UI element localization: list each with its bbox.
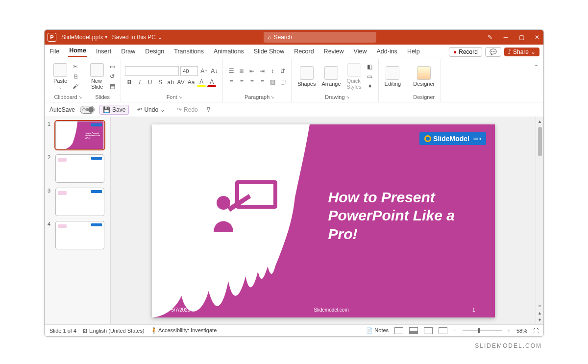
tab-review[interactable]: Review: [323, 46, 345, 57]
line-spacing-button[interactable]: ↕: [268, 67, 277, 75]
thumbnail-3[interactable]: [55, 188, 104, 216]
slideshow-view-button[interactable]: [439, 327, 447, 334]
tab-record[interactable]: Record: [293, 46, 315, 57]
vertical-scrollbar[interactable]: ▲ ≡ ▲ ▼: [536, 117, 543, 324]
tab-design[interactable]: Design: [144, 46, 165, 57]
thumbnail-1[interactable]: How to PresentPowerPoint Likea Pro!: [55, 121, 104, 149]
new-slide-button[interactable]: New Slide: [88, 62, 106, 91]
designer-button[interactable]: Designer: [411, 65, 437, 88]
close-button[interactable]: ✕: [534, 34, 540, 41]
font-family-select[interactable]: [125, 66, 179, 76]
zoom-in-button[interactable]: +: [508, 328, 511, 334]
tab-addins[interactable]: Add-ins: [375, 46, 398, 57]
collapse-ribbon-button[interactable]: ⌄: [532, 59, 540, 102]
editing-icon: [386, 66, 399, 80]
decrease-font-button[interactable]: A↓: [210, 67, 219, 75]
reading-view-button[interactable]: [424, 327, 433, 334]
tab-home[interactable]: Home: [68, 45, 87, 57]
group-designer: Designer Designer: [407, 59, 441, 102]
quick-styles-button[interactable]: Quick Styles: [345, 62, 364, 91]
slide-page-number: 1: [472, 307, 475, 313]
section-button[interactable]: ▤: [108, 82, 117, 91]
maximize-button[interactable]: ▢: [518, 34, 525, 41]
save-state[interactable]: Saved to this PC: [112, 34, 156, 41]
tab-animations[interactable]: Animations: [213, 46, 245, 57]
shapes-button[interactable]: Shapes: [295, 65, 318, 88]
language-status[interactable]: 🖺 English (United States): [82, 328, 145, 334]
autosave-toggle[interactable]: Off: [80, 106, 95, 114]
align-center-button[interactable]: ≡: [237, 77, 246, 86]
indent-increase-button[interactable]: ⇥: [258, 67, 267, 75]
numbering-button[interactable]: ≣: [237, 67, 246, 75]
columns-button[interactable]: ▥: [268, 77, 277, 86]
cut-button[interactable]: ✂: [71, 62, 80, 71]
shape-outline-button[interactable]: ▭: [366, 72, 374, 81]
underline-button[interactable]: U: [146, 78, 154, 87]
zoom-out-button[interactable]: −: [453, 328, 456, 334]
slide-title[interactable]: How to Present PowerPoint Like a Pro!: [328, 188, 475, 243]
reset-button[interactable]: ↺: [108, 72, 117, 81]
shape-effects-button[interactable]: ✦: [366, 82, 374, 91]
designer-icon: [417, 66, 431, 80]
search-input[interactable]: ⌕ Search: [264, 32, 376, 43]
slide-counter[interactable]: Slide 1 of 4: [49, 328, 76, 334]
clipboard-icon: [53, 63, 67, 77]
bold-button[interactable]: B: [125, 78, 134, 87]
tab-file[interactable]: File: [49, 46, 60, 57]
tab-draw[interactable]: Draw: [120, 46, 136, 57]
tab-help[interactable]: Help: [406, 46, 421, 57]
layout-button[interactable]: ▭: [108, 62, 117, 71]
highlight-button[interactable]: A: [197, 78, 206, 87]
case-button[interactable]: Aa: [187, 78, 196, 87]
italic-button[interactable]: I: [135, 78, 144, 87]
qat-customize-button[interactable]: ⊽: [206, 106, 211, 113]
bullets-button[interactable]: ☰: [227, 67, 236, 75]
redo-button[interactable]: ↷ Redo: [173, 105, 201, 115]
group-paragraph: ☰ ≣ ⇤ ⇥ ↕ ⇵ ≡ ≡ ≡ ≡ ▥ ⬚: [223, 59, 292, 102]
share-button[interactable]: ⤴ Share ⌄: [504, 48, 539, 56]
fit-button[interactable]: ⛶: [533, 328, 539, 334]
arrange-button[interactable]: Arrange: [319, 65, 343, 88]
tab-transitions[interactable]: Transitions: [173, 46, 205, 57]
tab-slideshow[interactable]: Slide Show: [253, 46, 286, 57]
text-direction-button[interactable]: ⇵: [278, 67, 287, 75]
workspace: 1 How to PresentPowerPoint Likea Pro! 2 …: [45, 117, 543, 324]
thumbnail-4[interactable]: [55, 221, 104, 249]
strike-button[interactable]: S: [156, 78, 165, 87]
font-color-button[interactable]: A: [207, 78, 216, 87]
record-button[interactable]: ●Record: [449, 47, 482, 57]
thumbnail-2[interactable]: [55, 154, 104, 183]
sorter-view-button[interactable]: [409, 327, 418, 334]
format-painter-button[interactable]: 🖌: [71, 82, 80, 91]
notes-button[interactable]: 📄 Notes: [366, 327, 389, 334]
zoom-slider[interactable]: [463, 330, 502, 331]
zoom-level[interactable]: 58%: [516, 328, 527, 334]
chevron-down-icon[interactable]: ⌄: [158, 34, 163, 41]
slide-editor[interactable]: SlideModel.com How to Present PowerPoint…: [111, 117, 536, 324]
group-slides: New Slide ▭ ↺ ▤ Slides: [84, 59, 121, 102]
arrange-icon: [324, 66, 338, 80]
shape-fill-button[interactable]: ◧: [366, 62, 374, 71]
minimize-button[interactable]: ─: [502, 34, 509, 41]
align-right-button[interactable]: ≡: [247, 77, 256, 86]
smartart-button[interactable]: ⬚: [278, 77, 287, 86]
slide-canvas[interactable]: SlideModel.com How to Present PowerPoint…: [152, 124, 495, 317]
shadow-button[interactable]: ab: [166, 78, 175, 87]
spacing-button[interactable]: AV: [176, 78, 185, 87]
tab-insert[interactable]: Insert: [95, 46, 112, 57]
copy-button[interactable]: ⎘: [71, 72, 80, 81]
normal-view-button[interactable]: [394, 327, 403, 334]
increase-font-button[interactable]: A↑: [199, 67, 208, 75]
editing-button[interactable]: Editing: [383, 65, 403, 88]
accessibility-status[interactable]: 🧍 Accessibility: Investigate: [150, 327, 217, 334]
tab-view[interactable]: View: [353, 46, 368, 57]
font-size-select[interactable]: 40: [180, 66, 198, 76]
undo-button[interactable]: ↶ Undo ⌄: [134, 105, 169, 115]
save-button[interactable]: 💾Save: [99, 105, 129, 115]
comments-button[interactable]: 💬: [485, 47, 501, 57]
justify-button[interactable]: ≡: [258, 77, 267, 86]
indent-decrease-button[interactable]: ⇤: [247, 67, 256, 75]
paste-button[interactable]: Paste⌄: [51, 62, 69, 91]
align-left-button[interactable]: ≡: [227, 77, 236, 86]
pen-icon[interactable]: ✎: [487, 34, 493, 41]
